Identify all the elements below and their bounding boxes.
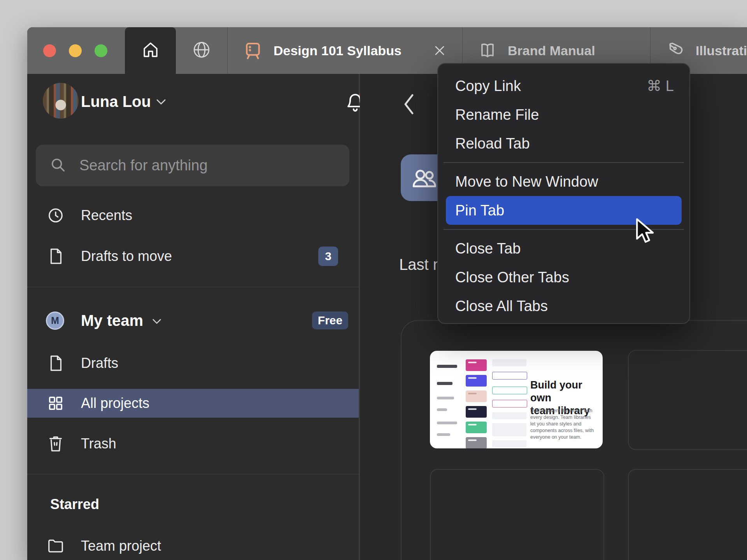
tab-context-menu: Copy Link ⌘ L Rename File Reload Tab Mov… <box>437 63 690 324</box>
plan-badge: Free <box>312 312 348 329</box>
menu-item-label: Close Tab <box>455 240 521 257</box>
sidebar-item-label: Drafts to move <box>81 248 172 264</box>
tab-title: Illustrati <box>696 43 747 58</box>
zoom-window-button[interactable] <box>95 44 107 57</box>
home-icon <box>141 40 160 61</box>
back-button[interactable] <box>397 93 421 116</box>
project-card-placeholder <box>430 469 604 560</box>
chevron-down-icon <box>156 98 167 107</box>
close-window-button[interactable] <box>43 44 56 57</box>
menu-item-close-all-tabs[interactable]: Close All Tabs <box>438 292 689 320</box>
globe-icon <box>192 40 211 61</box>
search-input[interactable]: Search for anything <box>36 145 349 186</box>
mouse-cursor <box>635 218 659 247</box>
sidebar-item-label: Team project <box>81 538 161 554</box>
menu-item-move-to-new-window[interactable]: Move to New Window <box>438 167 689 196</box>
tab-title: Design 101 Syllabus <box>274 43 402 58</box>
menu-item-label: Close All Tabs <box>455 298 548 315</box>
sidebar: Luna Lou Search fo <box>27 74 359 560</box>
user-name: Luna Lou <box>81 93 151 110</box>
sidebar-item-recents[interactable]: Recents <box>27 198 359 233</box>
trash-icon <box>47 435 65 453</box>
count-badge: 3 <box>318 247 338 266</box>
menu-item-label: Close Other Tabs <box>455 269 569 286</box>
sidebar-item-label: All projects <box>81 395 149 411</box>
menu-item-label: Reload Tab <box>455 135 530 152</box>
promo-title-line1: Build your own <box>530 379 603 404</box>
account-switcher[interactable]: Luna Lou <box>27 80 359 127</box>
tab-new-browser[interactable] <box>176 27 227 74</box>
tab-title: Brand Manual <box>508 43 595 58</box>
clock-icon <box>47 206 65 224</box>
menu-item-label: Move to New Window <box>455 173 598 190</box>
minimize-window-button[interactable] <box>69 44 82 57</box>
sidebar-item-label: Trash <box>81 436 116 452</box>
file-icon <box>47 354 65 372</box>
team-library-promo-card[interactable]: Build your own team library Don't reinve… <box>430 351 603 448</box>
tab-design-101-syllabus[interactable]: Design 101 Syllabus <box>227 27 462 74</box>
team-avatar: M <box>46 312 64 330</box>
grid-icon <box>47 394 65 412</box>
menu-item-close-other-tabs[interactable]: Close Other Tabs <box>438 263 689 292</box>
sidebar-divider <box>27 474 359 474</box>
team-switcher[interactable]: M My team Free <box>27 303 359 338</box>
menu-item-label: Rename File <box>455 107 539 123</box>
team-name: My team <box>81 312 143 329</box>
tab-home[interactable] <box>125 27 176 74</box>
sidebar-item-label: Drafts <box>81 355 118 371</box>
sidebar-item-trash[interactable]: Trash <box>27 426 359 461</box>
open-book-icon <box>477 40 498 61</box>
menu-item-label: Copy Link <box>455 78 521 94</box>
search-icon <box>49 156 67 175</box>
menu-item-label: Pin Tab <box>455 202 504 219</box>
sidebar-item-drafts[interactable]: Drafts <box>27 346 359 381</box>
project-card-placeholder <box>628 469 747 560</box>
traffic-lights <box>27 27 125 74</box>
menu-item-copy-link[interactable]: Copy Link ⌘ L <box>438 72 689 100</box>
menu-item-reload-tab[interactable]: Reload Tab <box>438 129 689 158</box>
menu-item-rename-file[interactable]: Rename File <box>438 100 689 129</box>
sidebar-item-team-project[interactable]: Team project <box>27 528 359 560</box>
close-tab-icon[interactable] <box>432 43 447 58</box>
sidebar-item-drafts-to-move[interactable]: Drafts to move 3 <box>27 239 359 274</box>
project-card-placeholder <box>628 350 747 450</box>
user-avatar <box>43 83 79 119</box>
promo-body: Don't reinvent the wheel with every desi… <box>530 408 597 441</box>
sidebar-item-label: Recents <box>81 207 132 224</box>
menu-divider <box>438 158 689 167</box>
style-guide-thumbnail <box>430 351 523 448</box>
sidebar-item-all-projects[interactable]: All projects <box>27 389 359 418</box>
starred-section-header: Starred <box>50 496 99 513</box>
chevron-down-icon <box>152 318 162 326</box>
sidebar-divider <box>27 287 359 287</box>
file-icon <box>47 247 65 265</box>
figjam-easel-icon <box>242 40 263 61</box>
pen-nib-icon <box>665 40 686 61</box>
folder-icon <box>47 537 65 555</box>
search-placeholder: Search for anything <box>79 157 208 174</box>
menu-item-shortcut: ⌘ L <box>647 77 674 94</box>
